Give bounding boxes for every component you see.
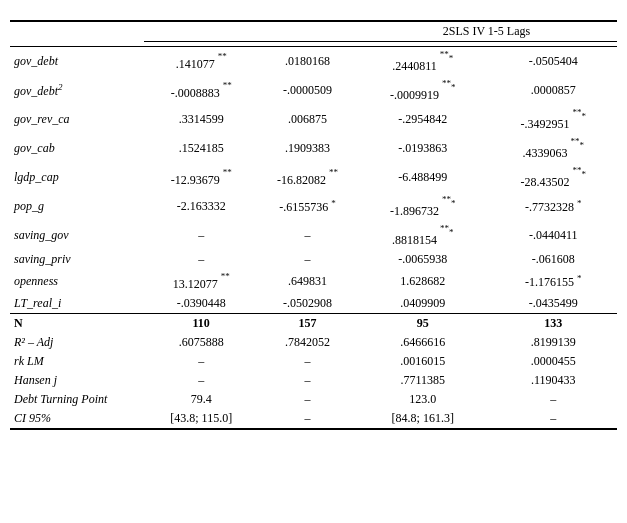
stat-cell-2-2: .0016015 — [356, 352, 490, 371]
stat-label-4: Debt Turning Point — [10, 390, 144, 409]
cell-7-2: -.0065938 — [356, 250, 490, 269]
row-label-5: pop_g — [10, 192, 144, 221]
stat-cell-4-3: – — [490, 390, 618, 409]
iv-header: 2SLS IV 1-5 Lags — [356, 21, 617, 42]
cell-4-0: -12.93679 ** — [144, 163, 259, 192]
cell-0-0: .141077 ** — [144, 47, 259, 77]
cell-6-1: – — [259, 221, 356, 250]
stat-cell-1-1: .7842052 — [259, 333, 356, 352]
stat-cell-1-0: .6075888 — [144, 333, 259, 352]
cell-8-2: 1.628682 — [356, 269, 490, 294]
cell-3-3: .4339063 *** — [490, 134, 618, 163]
stat-cell-1-3: .8199139 — [490, 333, 618, 352]
cell-1-2: -.0009919 *** — [356, 76, 490, 105]
cell-1-1: -.0000509 — [259, 76, 356, 105]
stat-cell-2-0: – — [144, 352, 259, 371]
cell-4-1: -16.82082 ** — [259, 163, 356, 192]
cell-9-3: -.0435499 — [490, 294, 618, 314]
cell-6-0: – — [144, 221, 259, 250]
row-label-0: gov_debt — [10, 47, 144, 77]
stat-cell-3-0: – — [144, 371, 259, 390]
cell-0-3: -.0505404 — [490, 47, 618, 77]
stat-cell-3-1: – — [259, 371, 356, 390]
stat-label-5: CI 95% — [10, 409, 144, 429]
cell-8-0: 13.12077 ** — [144, 269, 259, 294]
row-label-1: gov_debt2 — [10, 76, 144, 105]
row-label-3: gov_cab — [10, 134, 144, 163]
row-label-9: LT_real_i — [10, 294, 144, 314]
cell-3-0: .1524185 — [144, 134, 259, 163]
stat-cell-2-1: – — [259, 352, 356, 371]
row-label-2: gov_rev_ca — [10, 105, 144, 134]
cell-2-3: -.3492951 *** — [490, 105, 618, 134]
stat-label-0: N — [10, 314, 144, 334]
cell-9-2: .0409909 — [356, 294, 490, 314]
stat-label-2: rk LM — [10, 352, 144, 371]
cell-0-2: .2440811 *** — [356, 47, 490, 77]
cell-7-1: – — [259, 250, 356, 269]
cell-5-3: -.7732328 * — [490, 192, 618, 221]
cell-8-3: -1.176155 * — [490, 269, 618, 294]
cell-2-1: .006875 — [259, 105, 356, 134]
cell-3-2: -.0193863 — [356, 134, 490, 163]
stat-cell-4-0: 79.4 — [144, 390, 259, 409]
stat-cell-3-2: .7711385 — [356, 371, 490, 390]
stat-cell-2-3: .0000455 — [490, 352, 618, 371]
cell-7-3: -.061608 — [490, 250, 618, 269]
stat-cell-0-1: 157 — [259, 314, 356, 334]
cell-1-3: .0000857 — [490, 76, 618, 105]
cell-1-0: -.0008883 ** — [144, 76, 259, 105]
cell-7-0: – — [144, 250, 259, 269]
cell-3-1: .1909383 — [259, 134, 356, 163]
cell-5-2: -1.896732 *** — [356, 192, 490, 221]
row-label-4: lgdp_cap — [10, 163, 144, 192]
cell-0-1: .0180168 — [259, 47, 356, 77]
stat-cell-0-2: 95 — [356, 314, 490, 334]
cell-4-2: -6.488499 — [356, 163, 490, 192]
stat-label-1: R² – Adj — [10, 333, 144, 352]
cell-5-0: -2.163332 — [144, 192, 259, 221]
cell-8-1: .649831 — [259, 269, 356, 294]
stat-cell-3-3: .1190433 — [490, 371, 618, 390]
cell-9-0: -.0390448 — [144, 294, 259, 314]
stat-cell-1-2: .6466616 — [356, 333, 490, 352]
cell-2-0: .3314599 — [144, 105, 259, 134]
regression-table: 2SLS IV 1-5 Lags gov_debt.141077 **.0180… — [10, 20, 617, 430]
stat-cell-5-2: [84.8; 161.3] — [356, 409, 490, 429]
cell-6-3: -.0440411 — [490, 221, 618, 250]
cell-6-2: .8818154 *** — [356, 221, 490, 250]
stat-label-3: Hansen j — [10, 371, 144, 390]
stat-cell-4-1: – — [259, 390, 356, 409]
stat-cell-0-0: 110 — [144, 314, 259, 334]
cell-4-3: -28.43502 *** — [490, 163, 618, 192]
empty-header — [10, 21, 144, 42]
cell-2-2: -.2954842 — [356, 105, 490, 134]
stat-cell-5-3: – — [490, 409, 618, 429]
stat-cell-5-1: – — [259, 409, 356, 429]
row-label-7: saving_priv — [10, 250, 144, 269]
cell-9-1: -.0502908 — [259, 294, 356, 314]
row-label-8: openness — [10, 269, 144, 294]
stat-cell-0-3: 133 — [490, 314, 618, 334]
cell-5-1: -.6155736 * — [259, 192, 356, 221]
fixed-effects-header — [144, 21, 356, 42]
row-label-6: saving_gov — [10, 221, 144, 250]
stat-cell-4-2: 123.0 — [356, 390, 490, 409]
stat-cell-5-0: [43.8; 115.0] — [144, 409, 259, 429]
